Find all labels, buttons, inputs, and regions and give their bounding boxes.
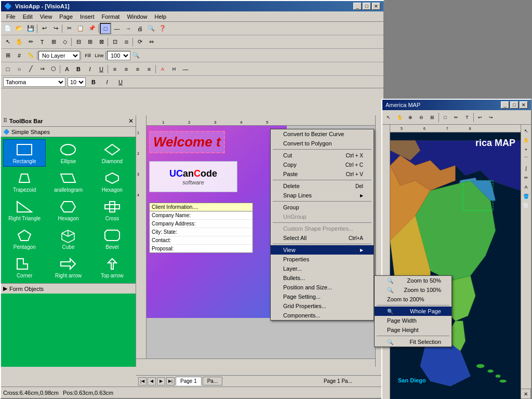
text-shape-btn[interactable]: A — [61, 63, 73, 75]
ctx-group[interactable]: Group — [271, 203, 374, 212]
new-btn[interactable]: 📄 — [2, 23, 14, 34]
align-left-text-btn[interactable]: ≡ — [109, 63, 121, 75]
ctx-components[interactable]: Components... — [271, 311, 374, 320]
shape-btn[interactable]: ◇ — [59, 36, 71, 48]
align-right-btn[interactable]: ⊠ — [96, 36, 107, 48]
menu-edit[interactable]: Edit — [20, 12, 36, 21]
close-button[interactable]: ✕ — [372, 3, 380, 10]
shape-trapezoid[interactable]: Trapezoid — [3, 168, 46, 195]
line-color-btn[interactable]: Line — [94, 50, 105, 61]
ctx-view[interactable]: View ▶ — [271, 245, 374, 255]
line-shape-btn[interactable]: ╱ — [25, 63, 36, 75]
toolbox-close-button[interactable]: ✕ — [128, 117, 134, 125]
rect-shape-btn[interactable]: □ — [2, 63, 14, 75]
polygon-shape-btn[interactable]: ⬡ — [48, 63, 59, 75]
align-center-btn[interactable]: ⊞ — [84, 36, 96, 48]
arrow-btn[interactable]: → — [123, 23, 134, 34]
shape-diamond[interactable]: Diamond — [91, 139, 134, 167]
view-page-width[interactable]: Page Width — [375, 316, 451, 325]
map-rt-curve[interactable]: ⌒ — [522, 155, 530, 163]
menu-window[interactable]: Window — [124, 12, 150, 21]
map-rt-plus[interactable]: + — [522, 145, 530, 154]
map-maximize-button[interactable]: □ — [510, 101, 518, 109]
view-whole-page[interactable]: 🔍 Whole Page — [375, 307, 451, 316]
view-fit-selection[interactable]: 🔍 Fit Selection — [375, 337, 451, 347]
ruler-btn[interactable]: 📏 — [25, 50, 36, 61]
map-rt-bucket[interactable]: 🪣 — [522, 192, 530, 201]
select-btn[interactable]: □ — [100, 23, 111, 34]
map-minimize-button[interactable]: _ — [501, 101, 509, 109]
shape-rectangle[interactable]: Rectangle — [3, 139, 46, 167]
page-last-btn[interactable]: ▶| — [166, 377, 175, 385]
draw-btn[interactable]: ✏ — [25, 36, 36, 48]
ctx-delete[interactable]: Delete Del — [271, 181, 374, 191]
pointer-btn[interactable]: ↖ — [2, 36, 14, 48]
font-size-select[interactable]: 10 — [68, 77, 86, 87]
shape-bevel[interactable]: Bevel — [91, 225, 134, 252]
ctx-ungroup[interactable]: UnGroup — [271, 212, 374, 221]
page-next-btn[interactable]: ▶ — [157, 377, 165, 385]
save-btn[interactable]: 💾 — [25, 23, 36, 34]
ctx-properties[interactable]: Properties — [271, 255, 374, 264]
flip-btn[interactable]: ⇔ — [145, 36, 157, 48]
undo-btn[interactable]: ↩ — [38, 23, 50, 34]
page-first-btn[interactable]: |◀ — [138, 377, 147, 385]
line-btn[interactable]: — — [111, 23, 123, 34]
menu-format[interactable]: Format — [99, 12, 123, 21]
copy-btn[interactable]: 📋 — [75, 23, 86, 34]
bold-btn[interactable]: B — [73, 63, 84, 75]
order-btn[interactable]: ⧈ — [121, 36, 132, 48]
view-page-height[interactable]: Page Height — [375, 325, 451, 335]
map-corner-close[interactable]: ✕ — [521, 389, 531, 399]
maximize-button[interactable]: □ — [363, 3, 371, 10]
grid-btn[interactable]: # — [14, 50, 25, 61]
map-rt-pointer[interactable]: ↖ — [522, 127, 530, 135]
ctx-position-size[interactable]: Position and Size... — [271, 283, 374, 292]
view-zoom-200[interactable]: Zoom to 200% — [375, 295, 451, 304]
connect-btn[interactable]: ⊞ — [48, 36, 59, 48]
map-rt-arc[interactable]: ∫ — [522, 164, 530, 172]
pan-btn[interactable]: ✋ — [14, 36, 25, 48]
shape-cube[interactable]: Cube — [47, 225, 89, 252]
shape-right-arrow[interactable]: Right arrow — [47, 254, 89, 281]
ctx-page-setting[interactable]: Page Setting... — [271, 292, 374, 301]
ctx-paste[interactable]: Paste Ctrl + V — [271, 169, 374, 179]
shape-cross[interactable]: Cross — [91, 196, 134, 224]
menu-file[interactable]: File — [3, 12, 19, 21]
shape-pentagon[interactable]: Pentagon — [3, 225, 46, 252]
page-prev-btn[interactable]: ◀ — [148, 377, 156, 385]
layer-dropdown[interactable]: No Layer — [38, 51, 80, 60]
ctx-cut[interactable]: Cut Ctrl + X — [271, 151, 374, 160]
line-style-btn[interactable]: — — [180, 63, 191, 75]
map-zoom-in-btn[interactable]: ⊕ — [405, 112, 416, 123]
ctx-convert-polygon[interactable]: Convert to Polygon — [271, 139, 374, 148]
shape-right-triangle[interactable]: Right Triangle — [3, 196, 46, 224]
open-btn[interactable]: 📂 — [14, 23, 25, 34]
text-btn[interactable]: T — [36, 36, 48, 48]
map-zoom-out-btn[interactable]: ⊖ — [416, 112, 427, 123]
menu-page[interactable]: Page — [56, 12, 76, 21]
ctx-convert-bezier[interactable]: Convert to Bezier Curve — [271, 129, 374, 139]
shape-hexagon[interactable]: Hexagon — [91, 168, 134, 195]
map-draw-btn[interactable]: ✏ — [451, 112, 461, 123]
ctx-grid-properties[interactable]: Grid Properties... — [271, 301, 374, 311]
map-pan-btn[interactable]: ✋ — [394, 112, 405, 123]
map-rt-pen[interactable]: ✏ — [522, 174, 530, 182]
underline-font-btn[interactable]: U — [115, 76, 126, 88]
shape-top-arrow[interactable]: Top arrow — [91, 254, 134, 281]
map-fit-btn[interactable]: ⊞ — [427, 112, 437, 123]
map-rt-text[interactable]: A — [522, 183, 530, 191]
group-btn[interactable]: ⊡ — [109, 36, 121, 48]
help-btn[interactable]: ❓ — [157, 23, 168, 34]
font-family-select[interactable]: Tahoma — [3, 77, 65, 87]
cut-btn[interactable]: ✂ — [63, 23, 75, 34]
ucancode-box[interactable]: UCanCode software — [149, 161, 237, 192]
welcome-text-box[interactable]: Welcome t — [149, 131, 225, 153]
highlight-btn[interactable]: H — [168, 63, 180, 75]
map-rt-pan[interactable]: ✋ — [522, 136, 530, 144]
italic-btn[interactable]: I — [84, 63, 96, 75]
page-tab-2[interactable]: Pa... — [203, 377, 223, 385]
map-pointer-btn[interactable]: ↖ — [383, 112, 394, 123]
shape-hexagon2[interactable]: Hexagon — [47, 196, 89, 224]
bold-font-btn[interactable]: B — [88, 76, 99, 88]
